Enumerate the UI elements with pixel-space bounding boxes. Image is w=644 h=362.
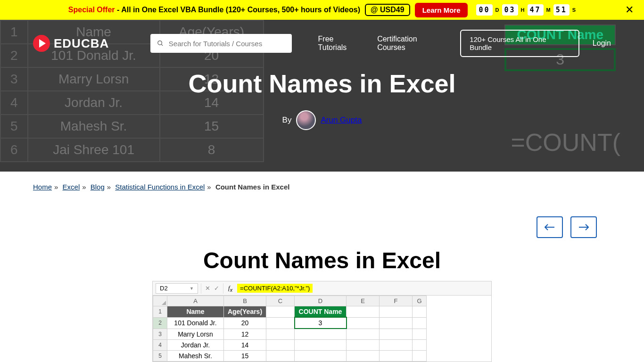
pager [0, 202, 644, 238]
svg-line-1 [161, 44, 163, 46]
cancel-icon: ✕ [205, 285, 210, 292]
countdown-seconds: 51 [553, 4, 570, 16]
excel-formula-value: =COUNTIF(A2:A10,"*Jr.") [237, 284, 313, 293]
nav-certification-courses[interactable]: Certification Courses [377, 35, 447, 52]
breadcrumb-current: Count Names in Excel [215, 183, 290, 191]
table-row: 3 Marry Lorsn 12 [153, 329, 427, 339]
search-icon [157, 40, 164, 47]
excel-namebox: D2 ▼ [156, 283, 198, 294]
table-row: 4 Jordan Jr. 14 [153, 339, 427, 350]
close-icon[interactable]: ✕ [625, 4, 634, 16]
table-row: 2 101 Donald Jr. 20 3 [153, 317, 427, 329]
chevron-down-icon: ▼ [190, 286, 194, 291]
main-nav: EDUCBA Free Tutorials Certification Cour… [0, 20, 644, 67]
countdown: 00D 03H 47M 51S [476, 4, 576, 16]
fx-icon: fx [223, 284, 237, 293]
search-box[interactable] [150, 34, 291, 53]
breadcrumb: Home» Excel» Blog» Statistical Functions… [0, 172, 644, 202]
excel-grid-table: A B C D E F G 1 Name Age(Years) COUNT Na… [153, 296, 427, 362]
page-title: Count Names in Excel [0, 69, 644, 98]
article: Count Names in Excel D2 ▼ ✕ ✓ fx =COUNTI… [152, 247, 492, 362]
countdown-hours: 03 [502, 4, 518, 16]
promo-price-badge: @ USD49 [365, 4, 410, 16]
brand-text: EDUCBA [54, 36, 109, 51]
prev-button[interactable] [537, 216, 563, 238]
arrow-right-icon [578, 224, 589, 230]
arrow-left-icon [545, 224, 555, 230]
table-row: 1 Name Age(Years) COUNT Name [153, 306, 427, 318]
logo[interactable]: EDUCBA [33, 35, 109, 52]
breadcrumb-blog[interactable]: Blog [91, 183, 105, 191]
countdown-minutes: 47 [528, 4, 544, 16]
author-line: By Arun Gupta [0, 110, 644, 130]
search-input[interactable] [169, 40, 285, 48]
excel-fx-buttons: ✕ ✓ [201, 283, 223, 294]
breadcrumb-home[interactable]: Home [33, 183, 52, 191]
learn-more-button[interactable]: Learn More [415, 3, 468, 17]
next-button[interactable] [570, 216, 597, 238]
table-row: 5 Mahesh Sr. 15 [153, 350, 427, 361]
promo-special-label: Special Offer [68, 6, 115, 14]
article-title: Count Names in Excel [152, 247, 492, 273]
nav-bundle-button[interactable]: 120+ Courses All in One Bundle [460, 30, 579, 57]
author-avatar [296, 110, 316, 130]
svg-point-0 [158, 41, 162, 45]
breadcrumb-excel[interactable]: Excel [63, 183, 80, 191]
breadcrumb-stats[interactable]: Statistical Functions in Excel [115, 183, 205, 191]
selected-cell: 3 [295, 317, 347, 329]
promo-bar: Special Offer - All in One Excel VBA Bun… [0, 0, 644, 20]
hero-section: 1NameAge(Years) 2101 Donald Jr.20 3Marry… [0, 20, 644, 172]
excel-screenshot: D2 ▼ ✕ ✓ fx =COUNTIF(A2:A10,"*Jr.") A B … [152, 281, 492, 362]
nav-free-tutorials[interactable]: Free Tutorials [318, 35, 364, 52]
nav-login[interactable]: Login [593, 39, 611, 48]
select-all-corner [153, 296, 167, 306]
play-icon [33, 35, 50, 52]
promo-text: - All in One Excel VBA Bundle (120+ Cour… [115, 6, 360, 14]
author-link[interactable]: Arun Gupta [321, 115, 362, 125]
excel-formula-bar: D2 ▼ ✕ ✓ fx =COUNTIF(A2:A10,"*Jr.") [153, 281, 491, 296]
countdown-days: 00 [476, 4, 492, 16]
check-icon: ✓ [214, 285, 219, 292]
